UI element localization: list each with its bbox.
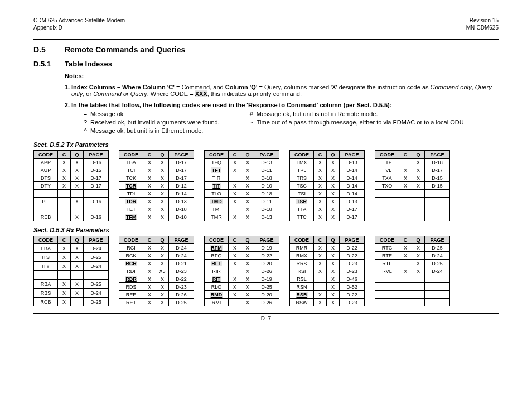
table-row bbox=[34, 205, 109, 213]
cell-q bbox=[412, 275, 425, 283]
cell-code: REB bbox=[34, 213, 58, 221]
header-rule bbox=[33, 39, 499, 40]
table-row: RDRXXD-22 bbox=[119, 275, 194, 283]
table-row: RCKXXD-24 bbox=[119, 252, 194, 260]
table-row: RFTXXD-20 bbox=[205, 260, 279, 267]
cell-code: RTF bbox=[375, 260, 399, 267]
table-row bbox=[375, 213, 450, 221]
cell-page: D-24 bbox=[84, 244, 109, 253]
cell-page: D-23 bbox=[340, 260, 365, 267]
heading-d5: D.5Remote Commands and Queries bbox=[33, 45, 499, 54]
cell-code: RIR bbox=[205, 267, 229, 275]
cell-c bbox=[399, 190, 412, 198]
cell-page: D-11 bbox=[254, 198, 279, 205]
cell-c: X bbox=[143, 190, 156, 198]
cell-q: X bbox=[241, 299, 254, 306]
cell-page: D-17 bbox=[340, 205, 365, 213]
cell-page: D-19 bbox=[254, 244, 279, 252]
cell-c: X bbox=[143, 291, 156, 299]
table-header-code: CODE bbox=[375, 236, 399, 244]
table-row: TMXXXD-13 bbox=[290, 159, 365, 166]
cell-code: TSI bbox=[290, 190, 314, 198]
table-row: TSIXXD-14 bbox=[290, 190, 365, 198]
cell-code bbox=[375, 291, 399, 299]
cell-q: X bbox=[241, 291, 254, 299]
table-row: RTEXXD-24 bbox=[375, 252, 450, 260]
table-row: RCRXXD-21 bbox=[119, 260, 194, 267]
section-tx-heading: Sect. D.5.2 Tx Parameters bbox=[33, 141, 499, 148]
cell-c: X bbox=[143, 244, 156, 252]
table-row: TSRXXD-13 bbox=[290, 198, 365, 205]
cell-c: X bbox=[143, 275, 156, 283]
table-header-q: Q bbox=[71, 151, 84, 159]
cell-q bbox=[412, 213, 425, 221]
cell-q: X bbox=[241, 252, 254, 260]
table-row: TFQXXD-13 bbox=[205, 159, 279, 166]
cell-c: X bbox=[314, 260, 327, 267]
cell-code: TSC bbox=[290, 182, 314, 190]
cell-q bbox=[71, 298, 84, 306]
cell-c: X bbox=[314, 159, 327, 166]
cell-c: X bbox=[229, 283, 241, 291]
cell-q: X bbox=[156, 159, 169, 166]
cell-c: X bbox=[229, 275, 241, 283]
cell-code: RFQ bbox=[205, 252, 229, 260]
cell-q bbox=[412, 198, 425, 205]
cell-code: TCK bbox=[119, 174, 143, 182]
cell-c: X bbox=[314, 198, 327, 205]
cell-c bbox=[399, 299, 412, 306]
cell-c: X bbox=[58, 253, 71, 262]
cell-page bbox=[425, 283, 450, 291]
cell-q: X bbox=[156, 174, 169, 182]
cell-page: D-23 bbox=[169, 267, 194, 275]
table-row: RLOXXD-25 bbox=[205, 283, 279, 291]
cell-page bbox=[425, 213, 450, 221]
cell-page: D-13 bbox=[340, 198, 365, 205]
table-header-q: Q bbox=[412, 236, 425, 244]
cell-c: X bbox=[314, 267, 327, 275]
cell-code: REE bbox=[119, 291, 143, 299]
cell-page: D-26 bbox=[254, 267, 279, 275]
table-row: TDIXXD-14 bbox=[119, 190, 194, 198]
table-row bbox=[375, 205, 450, 213]
table-header-q: Q bbox=[241, 151, 254, 159]
index-table: CODECQPAGEEBAXXD-24ITSXXD-25ITYXXD-24RBA… bbox=[33, 236, 109, 306]
cell-code: TDI bbox=[119, 190, 143, 198]
table-header-c: C bbox=[58, 236, 71, 244]
cell-c: X bbox=[229, 159, 241, 166]
table-header-code: CODE bbox=[290, 151, 314, 159]
cell-c: X bbox=[143, 182, 156, 190]
cell-code: ITY bbox=[34, 262, 58, 271]
cell-c: X bbox=[58, 174, 71, 182]
cell-q: X bbox=[71, 262, 84, 271]
cell-c: X bbox=[314, 252, 327, 260]
cell-c: X bbox=[229, 260, 241, 267]
index-table: CODECQPAGEAPPXXD-16AUPXXD-15DTSXXD-17DTY… bbox=[33, 150, 109, 221]
table-row: TDRXXD-13 bbox=[119, 198, 194, 205]
table-row bbox=[375, 190, 450, 198]
cell-q: X bbox=[156, 205, 169, 213]
table-row: TSCXXD-14 bbox=[290, 182, 365, 190]
table-row: RSWXXD-23 bbox=[290, 299, 365, 306]
cell-c: X bbox=[229, 244, 241, 252]
cell-page: D-22 bbox=[340, 252, 365, 260]
table-header-page: PAGE bbox=[84, 151, 109, 159]
table-row: RMXXXD-22 bbox=[290, 252, 365, 260]
table-row: RSRXXD-22 bbox=[290, 291, 365, 299]
cell-code: TTA bbox=[290, 205, 314, 213]
cell-q: X bbox=[241, 213, 254, 221]
cell-code: TFQ bbox=[205, 159, 229, 166]
cell-page: D-14 bbox=[340, 166, 365, 174]
cell-code: PLI bbox=[34, 198, 58, 205]
table-header-page: PAGE bbox=[169, 236, 194, 244]
cell-c: X bbox=[314, 205, 327, 213]
cell-code: RMD bbox=[205, 291, 229, 299]
cell-page: D-18 bbox=[169, 205, 194, 213]
cell-q bbox=[412, 190, 425, 198]
note-1: Index Columns – Where Column 'C' = Comma… bbox=[71, 84, 499, 97]
cell-q: X bbox=[412, 244, 425, 252]
cell-c bbox=[399, 213, 412, 221]
cell-code: TFM bbox=[119, 213, 143, 221]
cell-page: D-16 bbox=[84, 198, 109, 205]
table-row bbox=[375, 283, 450, 291]
